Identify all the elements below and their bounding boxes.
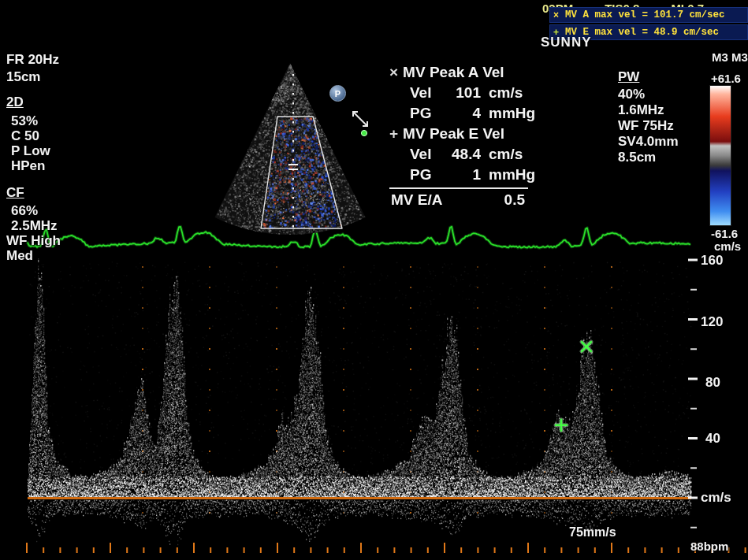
green-dot-icon bbox=[361, 130, 367, 135]
hpen-label: HPen bbox=[11, 158, 45, 173]
measurement-summary-row-a: × MV A max vel = 101.7 cm/sec bbox=[549, 7, 748, 23]
sample-volume-label: SV4.0mm bbox=[618, 134, 679, 149]
result-row-ea-ratio: MV E/A 0.5 bbox=[389, 190, 525, 210]
mode-pw-label: PW bbox=[618, 69, 639, 84]
result-row-a-vel: Vel 101 cm/s bbox=[389, 83, 536, 103]
e-vel-value: 48.4 bbox=[445, 146, 481, 163]
color-scale-unit: cm/s bbox=[714, 239, 741, 254]
e-pg-unit: mmHg bbox=[481, 166, 536, 184]
scale-label-160: 160 bbox=[701, 253, 723, 268]
persistence-label: P Low bbox=[11, 143, 50, 158]
e-vel-unit: cm/s bbox=[481, 146, 536, 163]
result-row-e-header: + MV Peak E Vel bbox=[389, 124, 536, 144]
a-vel-value: 101 bbox=[445, 84, 481, 102]
frame-rate-label: FR 20Hz bbox=[6, 52, 59, 67]
cf-gain-label: 66% bbox=[11, 203, 38, 218]
x-caliper-icon: × bbox=[389, 64, 398, 81]
result-row-e-vel: Vel 48.4 cm/s bbox=[389, 144, 536, 165]
plus-caliper-icon: + bbox=[389, 125, 398, 143]
mode-cf-label: CF bbox=[6, 185, 24, 200]
scale-unit-label: cm/s bbox=[701, 490, 731, 505]
transducer-label: M3 M3 bbox=[712, 50, 748, 65]
measurement-results-panel: × MV Peak A Vel Vel 101 cm/s PG 4 mmHg +… bbox=[389, 62, 536, 210]
probe-orientation-marker: P bbox=[329, 85, 346, 102]
patient-name: SUNNY bbox=[541, 35, 592, 50]
ultrasound-screen: 03PM TIS0.8 MI 0.7 × MV A max vel = 101.… bbox=[0, 0, 748, 560]
scale-label-80: 80 bbox=[705, 375, 720, 390]
e-pg-value: 1 bbox=[445, 166, 481, 184]
sweep-speed-label: 75mm/s bbox=[569, 525, 616, 540]
result-row-a-header: × MV Peak A Vel bbox=[389, 62, 536, 83]
pg-label: PG bbox=[410, 105, 445, 122]
caliper-cursor-icon bbox=[349, 106, 376, 139]
color-doppler-scale-bar bbox=[709, 85, 731, 226]
result-e-title: MV Peak E Vel bbox=[403, 125, 504, 143]
color-scale-max: +61.6 bbox=[711, 71, 741, 86]
scale-label-120: 120 bbox=[701, 314, 723, 329]
pg-label: PG bbox=[410, 166, 445, 184]
vel-label: Vel bbox=[410, 84, 445, 102]
compression-label: C 50 bbox=[11, 128, 39, 143]
depth-label: 15cm bbox=[6, 69, 40, 84]
pw-depth-label: 8.5cm bbox=[618, 150, 656, 165]
scale-label-40: 40 bbox=[705, 431, 720, 446]
mv-a-max-vel-text: MV A max vel = 101.7 cm/sec bbox=[565, 9, 725, 20]
a-caliper-marker-icon: × bbox=[553, 10, 565, 20]
cf-frequency-label: 2.5MHz bbox=[11, 218, 58, 233]
pw-frequency-label: 1.6MHz bbox=[618, 102, 664, 117]
ea-ratio-value: 0.5 bbox=[504, 191, 525, 209]
cf-med-label: Med bbox=[6, 248, 33, 263]
heart-rate-label: 88bpm bbox=[690, 539, 728, 554]
a-vel-unit: cm/s bbox=[481, 84, 536, 102]
ea-ratio-label: MV E/A bbox=[391, 191, 442, 209]
vel-label: Vel bbox=[410, 146, 445, 163]
result-row-a-pg: PG 4 mmHg bbox=[389, 103, 536, 124]
a-pg-unit: mmHg bbox=[481, 105, 536, 122]
results-divider bbox=[389, 187, 528, 189]
gain-2d-label: 53% bbox=[11, 113, 38, 128]
result-row-e-pg: PG 1 mmHg bbox=[389, 165, 536, 185]
pw-gain-label: 40% bbox=[618, 87, 645, 102]
mode-2d-label: 2D bbox=[6, 95, 24, 109]
cf-wall-filter-label: WF High bbox=[6, 233, 61, 248]
result-a-title: MV Peak A Vel bbox=[403, 64, 504, 81]
pw-wall-filter-label: WF 75Hz bbox=[618, 118, 674, 133]
a-pg-value: 4 bbox=[445, 105, 481, 122]
